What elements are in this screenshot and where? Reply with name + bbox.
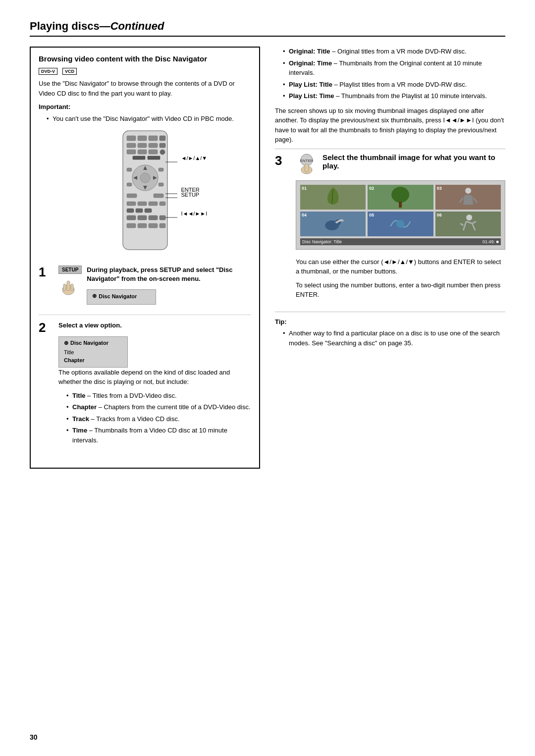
setup-icon-group: SETUP — [58, 266, 82, 297]
step-1-content: SETUP — [58, 266, 251, 309]
svg-rect-35 — [138, 216, 147, 220]
bullet-playlist-title: Play List: Title – Playlist titles from … — [283, 80, 505, 90]
thumbnail-description: The screen shows up to six moving thumbn… — [275, 106, 505, 145]
svg-rect-6 — [138, 143, 147, 148]
tip-section: Tip: Another way to find a particular pl… — [275, 317, 505, 348]
right-bullets: Original: Title – Original titles from a… — [283, 47, 505, 101]
remote-illustration: ◄/►/▲/▼ ENTER SETUP I◄◄/►►I — [39, 128, 251, 259]
important-item: You can't use the "Disc Navigator" with … — [47, 114, 251, 124]
svg-rect-14 — [148, 156, 160, 160]
svg-rect-8 — [160, 143, 165, 148]
hand-svg — [58, 276, 78, 296]
right-column: Original: Title – Original titles from a… — [275, 47, 505, 477]
svg-rect-28 — [138, 202, 147, 206]
divider-2 — [275, 312, 505, 312]
enter-hand-svg: ENTER — [296, 153, 318, 175]
svg-rect-1 — [127, 136, 136, 141]
svg-rect-10 — [138, 150, 147, 154]
bullet-orig-title: Original: Title – Original titles from a… — [283, 47, 505, 56]
step-2-menu: ⊕ Disc Navigator Title Chapter — [58, 336, 128, 368]
svg-rect-31 — [127, 209, 134, 213]
svg-rect-4 — [160, 136, 165, 141]
step-1-number: 1 — [39, 266, 53, 309]
thumb-05: 05 — [368, 212, 433, 236]
bullet-title: Title – Titles from a DVD-Video disc. — [66, 391, 251, 401]
thumb-05-svg — [368, 212, 433, 236]
step-1-text-block: During playback, press SETUP and select … — [87, 266, 251, 305]
dvd-v-icon: DVD-V — [39, 68, 57, 75]
setup-box-label: SETUP — [58, 266, 82, 274]
remote-svg — [113, 128, 177, 257]
svg-rect-36 — [149, 216, 158, 220]
disc-nav-footer-time: 01:49: ■ — [482, 239, 499, 244]
divider — [275, 149, 505, 149]
svg-point-55 — [391, 187, 409, 203]
step-2-description: The options available depend on the kind… — [58, 368, 251, 387]
svg-point-62 — [396, 220, 404, 228]
intro-text: Use the "Disc Navigator" to browse throu… — [39, 79, 251, 98]
thumbnail-grid: 01 02 — [300, 185, 501, 236]
svg-rect-9 — [127, 150, 136, 154]
important-list: You can't use the "Disc Navigator" with … — [47, 114, 251, 124]
setup-label: SETUP — [181, 192, 200, 198]
tip-item: Another way to find a particular place o… — [283, 328, 505, 348]
step-1: 1 SETUP — [39, 266, 251, 315]
step-3-number: 3 — [275, 153, 289, 304]
step-2-menu-header: ⊕ Disc Navigator — [64, 340, 122, 346]
important-section: Important: You can't use the "Disc Navig… — [39, 102, 251, 123]
thumb-04: 04 — [300, 212, 366, 236]
thumb-06: 06 — [435, 212, 501, 236]
svg-rect-33 — [145, 209, 152, 213]
step-3-inner: ENTER Select the thumbnail image for wha… — [296, 153, 505, 176]
page-header: Playing discs—Continued — [30, 20, 505, 37]
thumb-02: 02 — [368, 185, 433, 210]
svg-rect-26 — [154, 194, 163, 198]
svg-rect-29 — [149, 202, 158, 206]
vcd-icon: VCD — [62, 68, 77, 75]
svg-rect-27 — [127, 202, 136, 206]
svg-rect-30 — [160, 202, 165, 206]
setup-hand: SETUP — [58, 266, 251, 305]
tip-list: Another way to find a particular place o… — [283, 328, 505, 348]
step-3-title: Select the thumbnail image for what you … — [322, 153, 505, 170]
svg-line-58 — [459, 198, 463, 203]
svg-rect-7 — [149, 143, 158, 148]
thumb-06-svg — [435, 212, 501, 236]
step-3-hand: ENTER — [296, 153, 318, 176]
disc-nav-thumbnail-box: 01 02 — [296, 180, 505, 250]
svg-point-57 — [465, 188, 471, 194]
svg-rect-5 — [127, 143, 136, 148]
svg-rect-11 — [149, 150, 158, 154]
step-3-text: Select the thumbnail image for what you … — [322, 153, 505, 176]
svg-rect-48 — [63, 284, 66, 291]
svg-rect-21 — [127, 168, 132, 171]
disc-nav-icon-2: ⊕ — [64, 340, 68, 346]
left-column: Browsing video content with the Disc Nav… — [30, 47, 260, 477]
svg-rect-39 — [138, 223, 147, 228]
thumb-01: 01 — [300, 185, 366, 210]
step-3-content: ENTER Select the thumbnail image for wha… — [296, 153, 505, 304]
svg-rect-41 — [160, 223, 165, 228]
step-1-menu: ⊕ Disc Navigator — [87, 289, 156, 305]
menu-header-label: Disc Navigator — [70, 340, 108, 346]
thumb-04-svg — [300, 212, 366, 236]
page-number: 30 — [30, 733, 38, 741]
step-2-content: Select a view option. ⊕ Disc Navigator T… — [58, 321, 251, 449]
step-2-bullets: Title – Titles from a DVD-Video disc. Ch… — [66, 391, 251, 445]
bullet-playlist-time: Play List: Time – Thumbnails from the Pl… — [283, 91, 505, 101]
svg-rect-2 — [138, 136, 147, 141]
step-3-desc2: To select using the number buttons, ente… — [296, 280, 505, 300]
skip-label: I◄◄/►►I — [181, 211, 208, 216]
step-2-title: Select a view option. — [58, 321, 251, 330]
svg-rect-37 — [160, 216, 165, 220]
bullet-orig-time: Original: Time – Thumbnails from the Ori… — [283, 58, 505, 78]
menu-item-title: Title — [64, 348, 122, 356]
svg-rect-22 — [159, 168, 163, 171]
arrow-label: ◄/►/▲/▼ — [181, 155, 208, 161]
svg-rect-13 — [133, 156, 145, 160]
svg-point-16 — [140, 173, 150, 183]
svg-line-59 — [473, 198, 477, 203]
section-box: Browsing video content with the Disc Nav… — [30, 47, 260, 469]
svg-text:ENTER: ENTER — [300, 159, 313, 163]
important-label: Important: — [39, 102, 251, 112]
